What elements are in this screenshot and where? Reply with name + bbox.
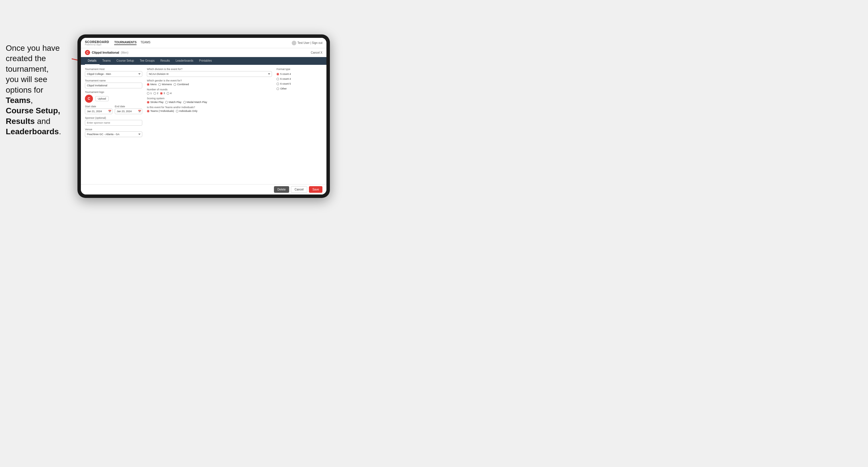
cancel-button[interactable]: Cancel (291, 186, 307, 193)
bottom-bar: Delete Cancel Save (81, 184, 327, 194)
name-input[interactable] (85, 83, 142, 88)
scoring-stroke-radio[interactable] (147, 101, 150, 103)
name-label: Tournament name (85, 79, 142, 82)
logo-field: Tournament logo C Upload (85, 91, 142, 103)
rounds-radio-group: 1 2 3 4 (147, 92, 272, 95)
host-field: Tournament Host Clippd College - Men (85, 68, 142, 77)
end-date-wrap: 📅 (115, 108, 142, 114)
end-date-field: End date 📅 (115, 105, 142, 114)
division-field: Which division is the event for? NCAA Di… (147, 68, 272, 77)
gender-radio-group: Mens Womens Combined (147, 83, 272, 86)
logo-upload-area: C Upload (85, 95, 142, 103)
format-5count4-radio[interactable] (277, 73, 279, 75)
division-select[interactable]: NCAA Division III (147, 71, 272, 77)
rounds-1[interactable]: 1 (147, 92, 152, 95)
scoring-stroke[interactable]: Stroke Play (147, 101, 163, 103)
scoring-match[interactable]: Match Play (165, 101, 182, 103)
start-date-field: Start date 📅 (85, 105, 113, 114)
scoring-label: Scoring system (147, 97, 272, 100)
gender-mens-radio[interactable] (147, 83, 150, 86)
tablet-frame: SCOREBOARD Powered by clippd TOURNAMENTS… (78, 34, 330, 198)
calendar-icon-end: 📅 (138, 110, 141, 113)
main-content: Tournament Host Clippd College - Men Tou… (81, 65, 327, 184)
sponsor-label: Sponsor (optional) (85, 117, 142, 119)
nav-teams[interactable]: TEAMS (141, 41, 150, 45)
tab-teams[interactable]: Teams (99, 57, 114, 65)
scoring-medal[interactable]: Medal Match Play (183, 101, 207, 103)
calendar-icon: 📅 (108, 110, 111, 113)
tab-bar: Details Teams Course Setup Tee Groups Re… (81, 57, 327, 65)
instruction-text: Once you have created the tournament, yo… (0, 37, 72, 143)
user-signin[interactable]: Test User | Sign out (298, 41, 322, 44)
format-6count5-radio[interactable] (277, 83, 279, 85)
gender-combined-radio[interactable] (174, 83, 176, 86)
tab-details[interactable]: Details (85, 57, 99, 65)
tablet-screen: SCOREBOARD Powered by clippd TOURNAMENTS… (81, 38, 327, 194)
tab-leaderboards[interactable]: Leaderboards (173, 57, 196, 65)
end-date-label: End date (115, 105, 142, 108)
individuals-only[interactable]: Individuals Only (176, 110, 198, 113)
col-left: Tournament Host Clippd College - Men Tou… (85, 68, 142, 181)
teams-plus-radio[interactable] (147, 110, 150, 113)
rounds-2[interactable]: 2 (153, 92, 158, 95)
rounds-4[interactable]: 4 (167, 92, 172, 95)
rounds-3[interactable]: 3 (160, 92, 165, 95)
gender-womens[interactable]: Womens (158, 83, 172, 86)
gender-combined[interactable]: Combined (174, 83, 189, 86)
teams-field: Is this event for Teams and/or Individua… (147, 106, 272, 113)
gender-womens-radio[interactable] (158, 83, 161, 86)
logo-sub: Powered by clippd (85, 43, 109, 45)
nav-tournaments[interactable]: TOURNAMENTS (114, 41, 136, 45)
rounds-4-radio[interactable] (167, 92, 169, 95)
nav-links: TOURNAMENTS TEAMS (114, 41, 291, 45)
tab-printables[interactable]: Printables (196, 57, 215, 65)
scoring-radio-group: Stroke Play Match Play Medal Match Play (147, 101, 272, 103)
format-6count4-radio[interactable] (277, 78, 279, 80)
host-label: Tournament Host (85, 68, 142, 70)
gender-mens[interactable]: Mens (147, 83, 157, 86)
scoring-medal-radio[interactable] (183, 101, 186, 103)
format-6count5[interactable]: 6 count 5 (277, 82, 322, 85)
tab-course-setup[interactable]: Course Setup (114, 57, 137, 65)
scoring-match-radio[interactable] (165, 101, 168, 103)
cancel-x-button[interactable]: Cancel X (311, 51, 322, 54)
format-other[interactable]: Other (277, 87, 322, 90)
format-6count4[interactable]: 6 count 4 (277, 77, 322, 80)
format-other-radio[interactable] (277, 88, 279, 90)
division-label: Which division is the event for? (147, 68, 272, 70)
start-date-wrap: 📅 (85, 108, 113, 114)
sponsor-field: Sponsor (optional) (85, 117, 142, 126)
rounds-label: Number of rounds (147, 88, 272, 91)
delete-button[interactable]: Delete (274, 186, 289, 193)
host-select[interactable]: Clippd College - Men (85, 71, 142, 77)
teams-label: Is this event for Teams and/or Individua… (147, 106, 272, 109)
rounds-3-radio[interactable] (160, 92, 163, 95)
individuals-only-radio[interactable] (176, 110, 179, 113)
save-button[interactable]: Save (309, 186, 322, 193)
format-label: Format type (277, 68, 322, 70)
tournament-header: C Clippd Invitational (Men) Cancel X (81, 48, 327, 57)
teams-radio-group: Teams (+Individuals) Individuals Only (147, 110, 272, 113)
venue-field: Venue Peachtree GC - Atlanta - GA (85, 128, 142, 137)
user-area: Test User | Sign out (292, 41, 322, 45)
rounds-2-radio[interactable] (153, 92, 156, 95)
tournament-subtitle: (Men) (121, 51, 128, 54)
upload-button[interactable]: Upload (95, 96, 109, 101)
tournament-name: Clippd Invitational (92, 51, 119, 54)
venue-select[interactable]: Peachtree GC - Atlanta - GA (85, 131, 142, 137)
gender-label: Which gender is the event for? (147, 79, 272, 82)
format-5count4[interactable]: 5 count 4 (277, 72, 322, 75)
tournament-icon: C (85, 50, 90, 55)
sponsor-input[interactable] (85, 120, 142, 126)
col-mid: Which division is the event for? NCAA Di… (147, 68, 272, 181)
teams-plus-individuals[interactable]: Teams (+Individuals) (147, 110, 174, 113)
top-nav: SCOREBOARD Powered by clippd TOURNAMENTS… (81, 38, 327, 48)
date-row: Start date 📅 End date 📅 (85, 105, 142, 114)
scoring-field: Scoring system Stroke Play Match Play (147, 97, 272, 103)
tab-results[interactable]: Results (157, 57, 173, 65)
tournament-title-row: C Clippd Invitational (Men) (85, 50, 128, 55)
tab-tee-groups[interactable]: Tee Groups (137, 57, 157, 65)
logo-area: SCOREBOARD Powered by clippd (85, 40, 109, 45)
rounds-1-radio[interactable] (147, 92, 150, 95)
rounds-field: Number of rounds 1 2 3 (147, 88, 272, 95)
